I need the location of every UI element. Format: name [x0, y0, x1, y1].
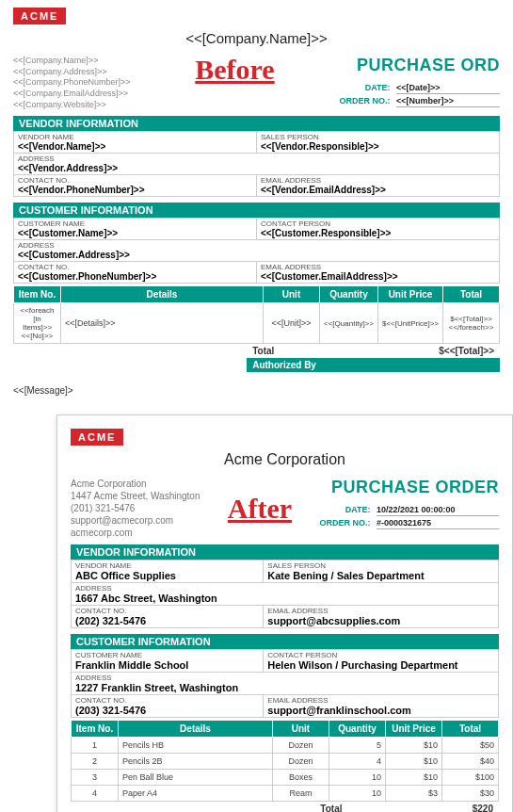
contact-person-value: <<[Customer.Responsible]>>: [261, 228, 495, 238]
customer-email-label: EMAIL ADDRESS: [267, 696, 494, 705]
customer-email-label: EMAIL ADDRESS: [261, 263, 495, 271]
cell-details: Pen Ball Blue: [119, 770, 273, 786]
cell-itemno: 4: [72, 786, 119, 802]
vendor-address-label: ADDRESS: [75, 584, 494, 593]
company-name-line: <<[Company.Name]>>: [13, 56, 130, 67]
cell-total: $50: [442, 738, 499, 754]
cell-itemno: 2: [72, 754, 119, 770]
vendor-contact-label: CONTACT NO.: [75, 607, 259, 615]
table-row: 2Pencils 2BDozen4$10$40: [72, 754, 499, 770]
sales-person-label: SALES PERSON: [261, 133, 495, 141]
vendor-address-label: ADDRESS: [18, 154, 495, 163]
cell-details: <<[Details]>>: [61, 303, 264, 344]
cell-qty: 4: [329, 754, 386, 770]
cell-itemno: 1: [72, 738, 119, 754]
date-value: 10/22/2021 00:00:00: [377, 505, 499, 516]
cell-unit: Dozen: [273, 754, 329, 770]
orderno-value: <<[Number]>>: [396, 96, 500, 107]
cell-qty: 5: [329, 738, 386, 754]
vendor-email-label: EMAIL ADDRESS: [261, 176, 495, 185]
after-document: ACME Acme Corporation Acme Corporation 1…: [56, 414, 513, 812]
vendor-contact-label: CONTACT NO.: [18, 176, 252, 185]
vendor-email-value: <<[Vendor.EmailAddress]>>: [261, 185, 495, 195]
date-orderno-block: DATE: <<[Date]>> ORDER NO.: <<[Number]>>: [339, 83, 500, 107]
col-price: Unit Price: [377, 286, 442, 303]
col-details: Details: [119, 721, 273, 738]
purchase-order-title: PURCHASE ORDER: [319, 478, 499, 497]
cell-price: $10: [386, 738, 442, 754]
company-name-line: Acme Corporation: [71, 478, 200, 490]
total-value: $<<[Total]>>: [330, 344, 500, 358]
customer-info-banner: CUSTOMER INFORMATION: [13, 203, 500, 218]
cell-details: Paper A4: [119, 786, 273, 802]
table-row: 1Pencils HBDozen5$10$50: [72, 738, 499, 754]
cell-unit: Ream: [273, 786, 329, 802]
cell-price: $3: [386, 786, 442, 802]
col-details: Details: [61, 286, 264, 303]
customer-name-label: CUSTOMER NAME: [18, 219, 252, 228]
company-email-line: support@acmecorp.com: [71, 514, 200, 527]
table-row: <<foreach [in Items]>><<[No]>> <<[Detail…: [14, 303, 500, 344]
col-total: Total: [443, 286, 500, 303]
col-qty: Quantity: [320, 286, 378, 303]
acme-logo: ACME: [13, 8, 66, 24]
totals-block: Total $<<[Total]>> Authorized By: [247, 344, 500, 372]
cell-unit: <<[Unit]>>: [264, 303, 320, 344]
cell-price: $<<[UnitPrice]>>: [377, 303, 442, 344]
customer-contact-label: CONTACT NO.: [75, 696, 259, 705]
sales-person-value: Kate Bening / Sales Department: [267, 570, 494, 581]
vendor-info-banner: VENDOR INFORMATION: [13, 116, 500, 131]
table-row: 4Paper A4Ream10$3$30: [72, 786, 499, 802]
vendor-name-label: VENDOR NAME: [18, 133, 252, 141]
cell-qty: 10: [329, 770, 386, 786]
cell-total: $40: [442, 754, 499, 770]
cell-itemno: 3: [72, 770, 119, 786]
orderno-value: #-0000321675: [377, 518, 499, 529]
cell-itemno: <<foreach [in Items]>><<[No]>>: [14, 303, 61, 344]
customer-email-value: <<[Customer.EmailAddress]>>: [261, 271, 495, 282]
col-itemno: Item No.: [72, 721, 119, 738]
vendor-info-grid: VENDOR NAME <<[Vendor.Name]>> SALES PERS…: [13, 131, 500, 197]
sales-person-value: <<[Vendor.Responsible]>>: [261, 141, 495, 152]
totals-block: Total $220 Authorized By: [314, 802, 499, 812]
col-qty: Quantity: [329, 721, 386, 738]
acme-logo: ACME: [71, 429, 123, 446]
vendor-name-value: ABC Office Supplies: [75, 570, 259, 581]
cell-total: $30: [442, 786, 499, 802]
vendor-address-value: <<[Vendor.Address]>>: [18, 163, 495, 173]
items-table: Item No. Details Unit Quantity Unit Pric…: [13, 285, 500, 344]
date-orderno-block: DATE: 10/22/2021 00:00:00 ORDER NO.: #-0…: [319, 505, 499, 529]
contact-person-value: Helen Wilson / Purchasing Department: [267, 659, 494, 671]
cell-price: $10: [386, 754, 442, 770]
cell-unit: Boxes: [273, 770, 329, 786]
table-row: 3Pen Ball BlueBoxes10$10$100: [72, 770, 499, 786]
cell-qty: <<[Quantity]>>: [320, 303, 378, 344]
contact-person-label: CONTACT PERSON: [267, 651, 494, 659]
orderno-label: ORDER NO.:: [339, 96, 390, 106]
customer-contact-value: (203) 321-5476: [75, 705, 259, 716]
customer-name-value: <<[Customer.Name]>>: [18, 228, 252, 238]
company-title: <<[Company.Name]>>: [13, 30, 500, 46]
customer-name-value: Franklin Middle School: [75, 659, 259, 671]
date-label: DATE:: [345, 505, 371, 514]
col-itemno: Item No.: [14, 286, 61, 303]
customer-info-grid: CUSTOMER NAME Franklin Middle School CON…: [71, 649, 499, 718]
sales-person-label: SALES PERSON: [267, 561, 494, 570]
company-info-block: Acme Corporation 1447 Acme Street, Washi…: [71, 478, 200, 539]
authorized-by-banner: Authorized By: [247, 358, 500, 372]
vendor-contact-value: <<[Vendor.PhoneNumber]>>: [18, 185, 252, 195]
customer-info-grid: CUSTOMER NAME <<[Customer.Name]>> CONTAC…: [13, 218, 500, 284]
customer-address-label: ADDRESS: [75, 674, 494, 682]
customer-email-value: support@franklinschool.com: [267, 705, 494, 716]
company-website-line: <<[Company.Website]>>: [13, 100, 130, 111]
contact-person-label: CONTACT PERSON: [261, 219, 495, 228]
vendor-contact-value: (202) 321-5476: [75, 615, 259, 626]
col-total: Total: [442, 721, 499, 738]
company-address-line: 1447 Acme Street, Washington: [71, 490, 200, 502]
customer-address-value: 1227 Franklin Street, Washington: [75, 682, 494, 693]
cell-qty: 10: [329, 786, 386, 802]
orderno-label: ORDER NO.:: [319, 518, 370, 528]
cell-price: $10: [386, 770, 442, 786]
date-label: DATE:: [365, 83, 391, 92]
total-label: Total: [314, 802, 408, 812]
